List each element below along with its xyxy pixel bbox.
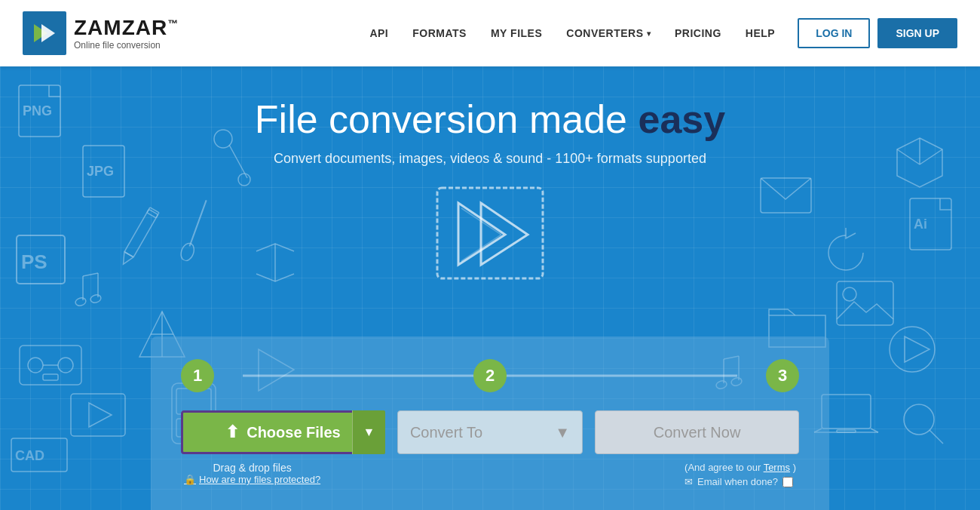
step-3-circle: 3 [766, 359, 799, 392]
svg-point-40 [843, 287, 856, 301]
email-icon: ✉ [684, 476, 693, 487]
email-checkbox[interactable] [782, 477, 793, 487]
login-button[interactable]: LOG IN [798, 18, 870, 48]
play-sketch-icon [430, 182, 550, 287]
left-info: Drag & drop files 🔒 How are my files pro… [184, 462, 320, 487]
drag-drop-text: Drag & drop files [184, 462, 320, 474]
dropdown-arrow-icon: ▼ [363, 426, 375, 439]
doodle-play-box [68, 391, 128, 443]
lock-icon: 🔒 [184, 474, 196, 485]
nav-formats[interactable]: FORMATS [412, 27, 467, 39]
signup-button[interactable]: SIGN UP [877, 18, 957, 48]
logo-text-area: ZAMZAR™ Online file conversion [74, 16, 179, 51]
chevron-down-icon: ▾ [647, 29, 651, 38]
svg-line-55 [871, 429, 878, 432]
logo-wordmark: ZAMZAR™ [74, 16, 179, 40]
terms-link[interactable]: Terms [764, 462, 790, 473]
steps-row: 1 2 3 [181, 359, 799, 392]
email-row: ✉ Email when done? [684, 476, 796, 487]
form-controls-row: ⬆ Choose Files ▼ Convert To ▼ Convert No… [181, 410, 799, 454]
file-protection-row: 🔒 How are my files protected? [184, 474, 320, 485]
choose-files-wrapper: ⬆ Choose Files ▼ [181, 410, 385, 454]
svg-point-14 [28, 358, 43, 373]
logo-icon [23, 11, 66, 55]
logo-area: ZAMZAR™ Online file conversion [23, 11, 179, 55]
convert-to-wrapper: Convert To ▼ [397, 410, 583, 454]
svg-marker-42 [905, 336, 929, 362]
convert-now-wrapper: Convert Now [595, 410, 799, 454]
navbar: ZAMZAR™ Online file conversion API FORMA… [0, 0, 980, 66]
conversion-form: 1 2 3 ⬆ Choose Files ▼ Convert To [151, 336, 829, 510]
svg-rect-17 [43, 374, 58, 380]
hero-content: File conversion made easy Convert docume… [0, 66, 980, 287]
form-below-row: Drag & drop files 🔒 How are my files pro… [181, 462, 799, 487]
logo-subtitle: Online file conversion [74, 40, 179, 51]
nav-my-files[interactable]: MY FILES [491, 27, 542, 39]
svg-point-50 [904, 404, 934, 435]
terms-text: (And agree to our Terms ) [684, 462, 796, 473]
svg-rect-18 [71, 394, 125, 436]
doodle-magnifier [898, 398, 947, 450]
convert-to-label: Convert To [410, 424, 482, 441]
svg-point-41 [890, 327, 935, 372]
nav-links: API FORMATS MY FILES CONVERTERS ▾ PRICIN… [369, 27, 775, 39]
nav-api[interactable]: API [369, 27, 388, 39]
nav-converters[interactable]: CONVERTERS ▾ [566, 27, 651, 39]
doodle-cad: CAD [9, 436, 69, 477]
hero-section: PNG JPG PS [0, 66, 980, 510]
file-protection-link[interactable]: 🔒 How are my files protected? [184, 474, 320, 485]
choose-files-dropdown-button[interactable]: ▼ [352, 410, 385, 454]
svg-marker-1 [41, 24, 55, 42]
svg-point-15 [58, 358, 73, 373]
nav-help[interactable]: HELP [746, 27, 775, 39]
svg-text:CAD: CAD [15, 448, 44, 463]
step-2-circle: 2 [473, 359, 507, 392]
right-info: (And agree to our Terms ) ✉ Email when d… [684, 462, 796, 487]
doodle-cassette [17, 338, 84, 394]
hero-subtitle: Convert documents, images, videos & soun… [0, 151, 980, 167]
convert-now-label: Convert Now [654, 424, 741, 441]
upload-icon: ⬆ [225, 422, 239, 442]
svg-point-11 [75, 296, 87, 306]
hero-title: File conversion made easy [0, 97, 980, 142]
convert-to-button[interactable]: Convert To ▼ [397, 410, 583, 454]
svg-rect-39 [837, 281, 893, 325]
step-1-circle: 1 [181, 359, 214, 392]
svg-line-51 [929, 430, 943, 444]
svg-rect-13 [20, 346, 81, 385]
svg-marker-19 [89, 403, 112, 427]
svg-rect-20 [11, 438, 67, 472]
convert-to-arrow-icon: ▼ [555, 424, 570, 441]
convert-now-button[interactable]: Convert Now [595, 410, 799, 454]
nav-pricing[interactable]: PRICING [675, 27, 721, 39]
svg-rect-56 [837, 430, 856, 432]
svg-point-12 [90, 293, 102, 303]
choose-files-label: Choose Files [247, 424, 340, 441]
email-label: Email when done? [697, 476, 778, 487]
doodle-play-circle [886, 323, 939, 379]
